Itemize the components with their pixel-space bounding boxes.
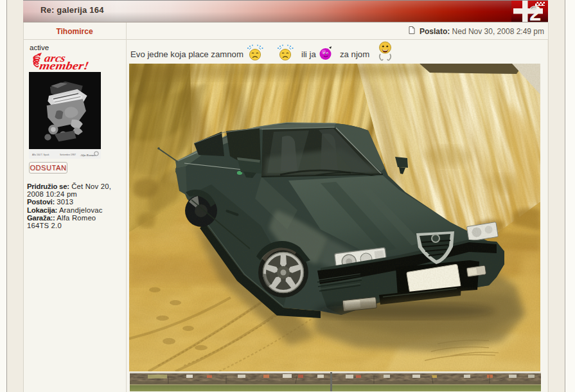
svg-text:Settembre 1987: Settembre 1987	[60, 154, 76, 156]
svg-text:member!: member!	[39, 60, 90, 70]
svg-text:Alfa Romeo: Alfa Romeo	[80, 154, 96, 157]
svg-text:Alfa 164 T. Spark: Alfa 164 T. Spark	[32, 154, 49, 156]
